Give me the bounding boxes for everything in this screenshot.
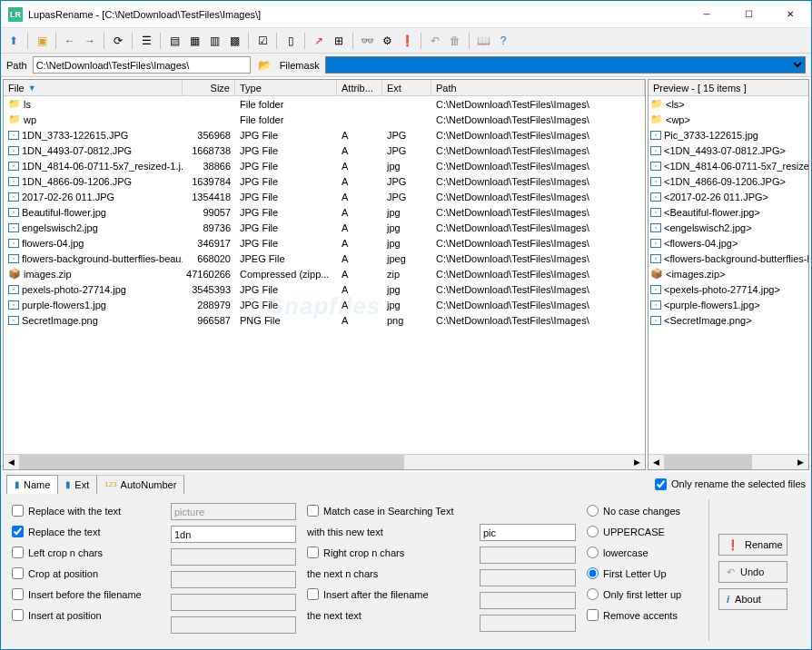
table-row[interactable]: ▫1DN_4493-07-0812.JPG1668738JPG FileAJPG… bbox=[4, 143, 645, 158]
up-icon[interactable]: ⬆ bbox=[5, 32, 23, 50]
table-row[interactable]: ▫purple-flowers1.jpg288979JPG FileAjpgC:… bbox=[4, 297, 645, 312]
with-new-input[interactable] bbox=[480, 524, 576, 541]
list-item[interactable]: ▫<flowers-04.jpg> bbox=[649, 235, 808, 251]
windows-icon[interactable]: ⊞ bbox=[330, 32, 348, 50]
only-first[interactable]: Only first letter up bbox=[587, 586, 703, 602]
replace-with-text[interactable]: Replace with the text bbox=[12, 503, 160, 518]
forward-icon[interactable]: → bbox=[81, 32, 99, 50]
col-attrib[interactable]: Attrib... bbox=[337, 80, 382, 95]
table-row[interactable]: ▫SecretImage.png966587PNG FileApngC:\Net… bbox=[4, 312, 645, 328]
list-item[interactable]: ▫<Beautiful-flower.jpg> bbox=[649, 204, 808, 220]
view3-icon[interactable]: ▥ bbox=[205, 32, 223, 50]
table-row[interactable]: ▫Beautiful-flower.jpg99057JPG FileAjpgC:… bbox=[4, 204, 645, 220]
col-size[interactable]: Size bbox=[183, 80, 235, 95]
table-row[interactable]: 📁wpFile folderC:\NetDownload\TestFiles\I… bbox=[4, 112, 645, 127]
tree-icon[interactable]: ☰ bbox=[137, 32, 155, 50]
close-button[interactable]: ✕ bbox=[769, 1, 811, 28]
doc-icon[interactable]: ▯ bbox=[282, 32, 300, 50]
replace-the-text[interactable]: Replace the text bbox=[12, 524, 160, 539]
trash-icon[interactable]: 🗑 bbox=[446, 32, 464, 50]
table-row[interactable]: 📦images.zip47160266Compressed (zipp...Az… bbox=[4, 266, 645, 281]
lowercase[interactable]: lowercase bbox=[587, 545, 703, 560]
list-item[interactable]: 📁<wp> bbox=[649, 112, 808, 127]
browse-icon[interactable]: 📂 bbox=[256, 56, 274, 74]
scroll-thumb[interactable] bbox=[664, 455, 752, 469]
list-item[interactable]: ▫<1DN_4493-07-0812.JPG> bbox=[649, 143, 808, 158]
scroll-right-icon[interactable]: ▶ bbox=[793, 455, 808, 469]
scroll-left-icon[interactable]: ◀ bbox=[4, 455, 19, 469]
maximize-button[interactable]: ☐ bbox=[728, 1, 769, 28]
list-item[interactable]: ▫Pic_3733-122615.jpg bbox=[649, 127, 808, 143]
only-rename-selected[interactable]: Only rename the selected files bbox=[655, 477, 806, 492]
list-item[interactable]: ▫<1DN_4866-09-1206.JPG> bbox=[649, 173, 808, 189]
scroll-right-icon[interactable]: ▶ bbox=[629, 455, 645, 469]
crop-at[interactable]: Crop at position bbox=[12, 566, 160, 581]
col-file[interactable]: File▼ bbox=[4, 80, 183, 95]
list-item[interactable]: ▫<pexels-photo-27714.jpg> bbox=[649, 281, 808, 297]
list-item[interactable]: 📁<ls> bbox=[649, 96, 808, 112]
left-crop[interactable]: Left crop n chars bbox=[12, 545, 160, 560]
right-crop[interactable]: Right crop n chars bbox=[307, 545, 469, 560]
remove-accents[interactable]: Remove accents bbox=[587, 607, 703, 623]
col-type[interactable]: Type bbox=[235, 80, 337, 95]
table-row[interactable]: ▫engelswisch2.jpg89736JPG FileAjpgC:\Net… bbox=[4, 220, 645, 235]
path-input[interactable] bbox=[33, 56, 251, 74]
help-icon[interactable]: ? bbox=[494, 32, 512, 50]
list-item[interactable]: 📦<images.zip> bbox=[649, 266, 808, 281]
table-row[interactable]: ▫2017-02-26 011.JPG1354418JPG FileAJPGC:… bbox=[4, 189, 645, 204]
table-row[interactable]: 📁lsFile folderC:\NetDownload\TestFiles\I… bbox=[4, 96, 645, 112]
view4-icon[interactable]: ▩ bbox=[225, 32, 243, 50]
view1-icon[interactable]: ▤ bbox=[165, 32, 183, 50]
table-row[interactable]: ▫flowers-04.jpg346917JPG FileAjpgC:\NetD… bbox=[4, 235, 645, 251]
list-item[interactable]: ▫<engelswisch2.jpg> bbox=[649, 220, 808, 235]
undo-button[interactable]: ↶Undo bbox=[718, 561, 787, 583]
file-path: C:\NetDownload\TestFiles\Images\ bbox=[431, 238, 645, 249]
preview-body[interactable]: 📁<ls>📁<wp>▫Pic_3733-122615.jpg▫<1DN_4493… bbox=[649, 96, 808, 454]
info-icon[interactable]: 📖 bbox=[474, 32, 492, 50]
view2-icon[interactable]: ▦ bbox=[185, 32, 203, 50]
table-row[interactable]: ▫1DN_4814-06-0711-5x7_resized-1.j...3886… bbox=[4, 158, 645, 173]
export-icon[interactable]: ↗ bbox=[310, 32, 328, 50]
warning-icon[interactable]: ❗ bbox=[398, 32, 416, 50]
tab-name[interactable]: ▮Name bbox=[6, 475, 58, 494]
only-rename-checkbox[interactable] bbox=[655, 478, 667, 490]
insert-at[interactable]: Insert at position bbox=[12, 607, 160, 623]
scroll-thumb[interactable] bbox=[19, 455, 404, 469]
uppercase[interactable]: UPPERCASE bbox=[587, 524, 703, 539]
list-item[interactable]: ▫<SecretImage.png> bbox=[649, 312, 808, 328]
folder-icon[interactable]: ▣ bbox=[33, 32, 51, 50]
file-name: 1DN_4493-07-0812.JPG bbox=[22, 145, 132, 156]
list-item[interactable]: ▫<flowers-background-butterflies-bea. bbox=[649, 251, 808, 266]
first-letter-up[interactable]: First Letter Up bbox=[587, 566, 703, 581]
col-path[interactable]: Path bbox=[431, 80, 645, 95]
preview-h-scrollbar[interactable]: ◀ ▶ bbox=[649, 454, 808, 469]
glasses-icon[interactable]: 👓 bbox=[358, 32, 376, 50]
rename-button[interactable]: ❗Rename bbox=[718, 534, 787, 556]
select-icon[interactable]: ☑ bbox=[253, 32, 272, 50]
config-icon[interactable]: ⚙ bbox=[378, 32, 396, 50]
undo-icon[interactable]: ↶ bbox=[426, 32, 444, 50]
tab-autonumber[interactable]: 123AutoNumber bbox=[96, 475, 184, 494]
table-row[interactable]: ▫1DN_4866-09-1206.JPG1639784JPG FileAJPG… bbox=[4, 173, 645, 189]
table-row[interactable]: ▫flowers-background-butterflies-beau...6… bbox=[4, 251, 645, 266]
no-case[interactable]: No case changes bbox=[587, 503, 703, 518]
list-item[interactable]: ▫<purple-flowers1.jpg> bbox=[649, 297, 808, 312]
h-scrollbar[interactable]: ◀ ▶ bbox=[4, 454, 645, 469]
match-case[interactable]: Match case in Searching Text bbox=[307, 503, 469, 518]
minimize-button[interactable]: ─ bbox=[686, 1, 728, 28]
list-item[interactable]: ▫<2017-02-26 011.JPG> bbox=[649, 189, 808, 204]
table-row[interactable]: ▫pexels-photo-27714.jpg3545393JPG FileAj… bbox=[4, 281, 645, 297]
col-ext[interactable]: Ext bbox=[382, 80, 431, 95]
insert-before[interactable]: Insert before the filename bbox=[12, 586, 160, 602]
replace-the-input[interactable] bbox=[171, 526, 296, 543]
tab-ext[interactable]: ▮Ext bbox=[57, 475, 97, 494]
refresh-icon[interactable]: ⟳ bbox=[109, 32, 127, 50]
table-row[interactable]: ▫1DN_3733-122615.JPG356968JPG FileAJPGC:… bbox=[4, 127, 645, 143]
scroll-left-icon[interactable]: ◀ bbox=[649, 455, 664, 469]
grid-body[interactable]: 📁lsFile folderC:\NetDownload\TestFiles\I… bbox=[4, 96, 645, 454]
insert-after[interactable]: Insert after the filename bbox=[307, 586, 469, 602]
back-icon[interactable]: ← bbox=[61, 32, 79, 50]
about-button[interactable]: iAbout bbox=[718, 588, 787, 610]
list-item[interactable]: ▫<1DN_4814-06-0711-5x7_resized-1. bbox=[649, 158, 808, 173]
filemask-select[interactable] bbox=[325, 56, 806, 74]
